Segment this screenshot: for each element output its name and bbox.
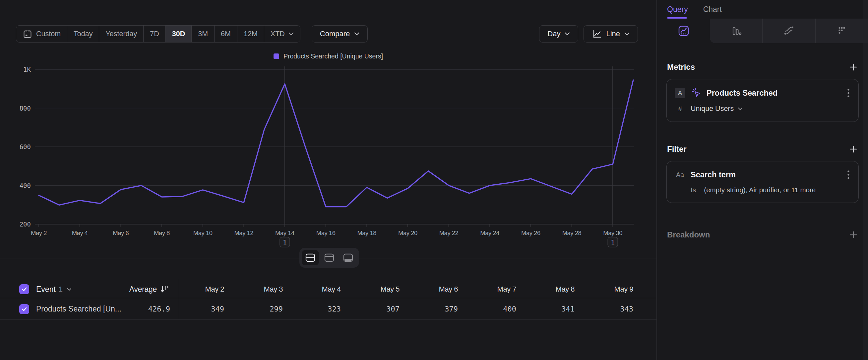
chevron-down-icon — [565, 32, 570, 35]
y-axis-label: 1K — [23, 66, 31, 73]
chevron-down-icon — [288, 32, 294, 35]
filter-operator[interactable]: Is — [691, 186, 696, 194]
table-only-view-button[interactable] — [340, 250, 357, 265]
line-chart-icon — [592, 29, 602, 39]
compare-button[interactable]: Compare — [312, 25, 368, 43]
chevron-down-icon[interactable] — [67, 288, 72, 291]
date-column-header[interactable]: May 7 — [460, 281, 516, 298]
range-custom[interactable]: Custom — [16, 26, 67, 42]
range-label: Yesterday — [105, 30, 137, 38]
event-checkbox[interactable] — [19, 284, 29, 294]
range-xtd[interactable]: XTD — [264, 26, 300, 42]
series-checkbox[interactable] — [19, 304, 29, 314]
filter-card[interactable]: Aa Search term Is (empty string), Air pu… — [666, 161, 859, 203]
add-filter-button[interactable] — [849, 144, 858, 154]
filter-section-header: Filter — [657, 144, 868, 154]
chevron-down-icon — [738, 107, 743, 110]
x-axis-label: May 14 — [275, 229, 294, 237]
x-axis-label: May 30 — [603, 229, 622, 237]
date-column-header[interactable]: May 6 — [402, 281, 458, 298]
y-axis-label: 200 — [20, 221, 31, 228]
dots-icon — [836, 25, 848, 37]
date-cell-value: 323 — [284, 299, 341, 320]
date-cell-value: 379 — [402, 299, 458, 320]
granularity-dropdown[interactable]: Day — [539, 25, 578, 43]
metric-card-row2: # Unique Users — [675, 105, 850, 113]
range-label: 3M — [198, 30, 208, 38]
range-today[interactable]: Today — [67, 26, 99, 42]
breakdown-section-header: Breakdown — [657, 230, 868, 240]
kebab-menu-icon[interactable] — [847, 88, 850, 98]
metric-name: Products Searched — [707, 89, 777, 98]
date-column-header[interactable]: May 4 — [284, 281, 341, 298]
measure-prefix: # — [675, 105, 685, 113]
range-12m[interactable]: 12M — [237, 26, 264, 42]
y-axis-label: 600 — [20, 143, 31, 150]
metric-card[interactable]: A Products Searched # Unique Users — [666, 79, 859, 122]
range-6m[interactable]: 6M — [214, 26, 237, 42]
measure-selector[interactable]: Unique Users — [691, 105, 734, 113]
table-header-row: Event 1 Average May 2May 3May 4May 5May … — [0, 281, 656, 298]
series-average: 426.9 — [148, 305, 170, 313]
chart-only-view-button[interactable] — [320, 250, 338, 265]
range-label: Custom — [36, 30, 61, 38]
date-column-header[interactable]: May 9 — [577, 281, 633, 298]
filter-card-row1: Aa Search term — [675, 169, 850, 180]
chart-controls: Day Line — [539, 25, 638, 43]
date-cell-value: 341 — [518, 299, 575, 320]
x-axis-label: May 8 — [154, 229, 170, 237]
event-count: 1 — [59, 285, 63, 294]
y-axis-label: 400 — [20, 182, 31, 189]
insights-icon — [678, 25, 690, 37]
range-7d[interactable]: 7D — [143, 26, 165, 42]
kebab-menu-icon[interactable] — [847, 169, 850, 180]
chart-type-dropdown[interactable]: Line — [584, 25, 638, 43]
date-cell-value: 343 — [577, 299, 633, 320]
filter-value[interactable]: (empty string), Air purifier, or 11 more — [704, 186, 816, 194]
add-breakdown-button[interactable] — [849, 230, 858, 240]
more-options-tab[interactable] — [815, 19, 868, 43]
annotation-badge-label: 1 — [283, 239, 286, 246]
date-cell-value: 400 — [460, 299, 516, 320]
chevron-down-icon — [624, 32, 630, 35]
annotation-badge-label: 1 — [611, 239, 614, 246]
insights-tab[interactable] — [657, 19, 710, 43]
analytics-app: CustomTodayYesterday7D30D3M6M12MXTD Comp… — [0, 0, 868, 360]
table-column-divider — [179, 279, 179, 320]
x-axis-label: May 18 — [357, 229, 376, 237]
table-row-left: Products Searched [Un... 426.9 — [0, 299, 179, 320]
line-chart: 2004006008001KMay 2May 4May 6May 8May 10… — [0, 47, 656, 254]
bar-chart-tab[interactable] — [710, 19, 762, 43]
x-axis-label: May 10 — [193, 229, 213, 237]
flows-tab[interactable] — [762, 19, 815, 43]
calendar-icon — [23, 29, 32, 39]
x-axis-label: May 2 — [31, 229, 47, 237]
date-cell-value: 349 — [168, 299, 224, 320]
date-range-toolbar: CustomTodayYesterday7D30D3M6M12MXTD Comp… — [16, 25, 368, 43]
metrics-section-header: Metrics — [657, 62, 868, 72]
date-column-header[interactable]: May 2 — [168, 281, 224, 298]
date-column-header[interactable]: May 5 — [343, 281, 400, 298]
range-label: Today — [73, 30, 93, 38]
filter-heading: Filter — [667, 144, 687, 154]
tab-chart[interactable]: Chart — [703, 5, 722, 14]
flows-icon — [783, 25, 795, 37]
date-range-group: CustomTodayYesterday7D30D3M6M12MXTD — [16, 25, 300, 43]
metric-series-badge: A — [675, 88, 685, 98]
add-metric-button[interactable] — [849, 62, 858, 72]
x-axis-label: May 24 — [480, 229, 499, 237]
x-axis-label: May 28 — [562, 229, 582, 237]
range-yesterday[interactable]: Yesterday — [99, 26, 143, 42]
date-column-header[interactable]: May 3 — [226, 281, 283, 298]
compare-label: Compare — [320, 30, 350, 38]
split-view-button[interactable] — [302, 250, 319, 265]
event-column-label: Event — [36, 285, 56, 294]
tab-query[interactable]: Query — [667, 5, 688, 14]
range-3m[interactable]: 3M — [191, 26, 214, 42]
date-column-header[interactable]: May 8 — [518, 281, 575, 298]
range-30d[interactable]: 30D — [165, 26, 191, 42]
scrollbar[interactable] — [863, 0, 868, 360]
series-line — [39, 80, 633, 207]
breakdown-heading: Breakdown — [667, 230, 710, 240]
event-pointer-icon — [691, 87, 702, 99]
